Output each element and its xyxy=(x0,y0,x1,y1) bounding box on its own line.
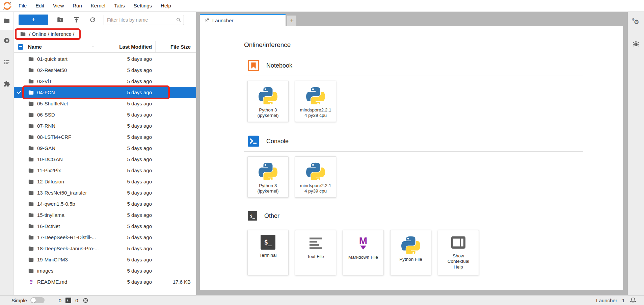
file-last-modified: 5 days ago xyxy=(100,78,155,84)
card-label: Show Contextual Help xyxy=(446,253,471,270)
file-row-08-lstm-crf[interactable]: 08-LSTM+CRF5 days ago xyxy=(14,131,196,143)
launcher-card-mindspore2-2-1[interactable]: mindspore2.2.1 4 py39 cpu xyxy=(295,81,336,122)
section-cards: Python 3 (ipykernel)mindspore2.2.1 4 py3… xyxy=(244,156,583,198)
file-row-15-tinyllama[interactable]: 15-tinyllama5 days ago xyxy=(14,209,196,221)
menu-item-kernel[interactable]: Kernel xyxy=(86,0,110,11)
refresh-button[interactable] xyxy=(88,16,97,24)
menu-item-edit[interactable]: Edit xyxy=(31,0,49,11)
file-row-09-gan[interactable]: 09-GAN5 days ago xyxy=(14,143,196,154)
upload-icon xyxy=(73,16,80,23)
new-tab-button[interactable]: + xyxy=(287,16,296,26)
folder-icon xyxy=(28,190,34,196)
file-row-readme-md[interactable]: MREADME.md5 days ago17.6 KB xyxy=(14,276,196,287)
folder-icon xyxy=(28,223,34,229)
file-name: 17-DeepSeek-R1-Distill-... xyxy=(37,234,96,240)
card-label: Python 3 (ipykernel) xyxy=(256,183,280,194)
file-row-11-pix2pix[interactable]: 11-Pix2Pix5 days ago xyxy=(14,165,196,176)
bell-icon[interactable] xyxy=(629,297,637,304)
file-row-16-dctnet[interactable]: 16-DctNet5 days ago xyxy=(14,221,196,232)
file-name: 16-DctNet xyxy=(37,223,60,229)
file-name-cell: 11-Pix2Pix xyxy=(14,168,100,174)
breadcrumb[interactable]: / Online / inference / xyxy=(29,31,74,37)
menu-item-view[interactable]: View xyxy=(49,0,68,11)
table-of-contents-icon xyxy=(3,59,10,66)
file-name: 19-MiniCPM3 xyxy=(37,257,68,262)
file-row-images[interactable]: images5 days ago xyxy=(14,265,196,276)
sidebar-tab-file-browser[interactable] xyxy=(0,12,14,30)
new-folder-button[interactable] xyxy=(56,16,64,24)
menu-item-file[interactable]: File xyxy=(14,0,31,11)
left-sidebar xyxy=(0,12,14,296)
file-row-13-resnet50-transfer[interactable]: 13-ResNet50_transfer5 days ago xyxy=(14,187,196,198)
file-last-modified: 5 days ago xyxy=(100,90,155,95)
column-header-last-modified[interactable]: Last Modified xyxy=(100,41,155,52)
folder-icon xyxy=(28,257,34,263)
file-name-cell: 05-ShuffleNet xyxy=(14,101,100,107)
contextual-help-icon xyxy=(451,235,466,250)
file-row-19-minicpm3[interactable]: 19-MiniCPM35 days ago xyxy=(14,254,196,265)
breadcrumb-folder-icon[interactable] xyxy=(20,31,26,37)
file-row-07-rnn[interactable]: 07-RNN5 days ago xyxy=(14,120,196,131)
svg-text:$_: $_ xyxy=(67,299,70,302)
file-row-01-quick-start[interactable]: 01-quick start5 days ago xyxy=(14,53,196,65)
tab-launcher[interactable]: Launcher xyxy=(200,14,286,26)
file-row-17-deepseek-r1-distill[interactable]: 17-DeepSeek-R1-Distill-...5 days ago xyxy=(14,232,196,243)
simple-mode-toggle[interactable] xyxy=(30,297,45,303)
section-title: Notebook xyxy=(266,62,292,69)
column-header-name[interactable]: Name xyxy=(23,41,100,52)
file-name: 09-GAN xyxy=(37,145,55,151)
new-launcher-button[interactable]: + xyxy=(19,15,48,25)
sort-ascending-icon xyxy=(91,45,95,49)
file-row-03-vit[interactable]: 03-ViT5 days ago xyxy=(14,76,196,87)
debugger-icon xyxy=(632,40,640,48)
menu-item-settings[interactable]: Settings xyxy=(129,0,156,11)
launcher-card-markdown-file[interactable]: MMarkdown File xyxy=(343,230,384,275)
file-row-04-fcn[interactable]: 04-FCN5 days ago xyxy=(14,87,196,98)
upload-button[interactable] xyxy=(72,16,81,24)
file-name: 12-Diffusion xyxy=(37,179,64,184)
svg-text:⚙: ⚙ xyxy=(632,18,635,21)
launcher-card-python-3[interactable]: Python 3 (ipykernel) xyxy=(247,156,289,198)
file-row-02-resnet50[interactable]: 02-ResNet505 days ago xyxy=(14,65,196,76)
file-last-modified: 5 days ago xyxy=(100,56,155,62)
file-row-05-shufflenet[interactable]: 05-ShuffleNet5 days ago xyxy=(14,98,196,109)
select-all-checkbox[interactable] xyxy=(18,44,23,50)
launcher-card-show[interactable]: Show Contextual Help xyxy=(438,230,479,275)
file-name-cell: 12-Diffusion xyxy=(14,179,100,185)
toggle-knob xyxy=(31,298,36,303)
column-header-file-size[interactable]: File Size xyxy=(155,41,196,52)
tab-launcher-label: Launcher xyxy=(212,18,234,23)
file-row-06-ssd[interactable]: 06-SSD5 days ago xyxy=(14,109,196,120)
sidebar-tab-property-inspector[interactable]: ⚙⚙ xyxy=(632,17,640,27)
sidebar-tab-extension-manager[interactable] xyxy=(0,73,14,95)
launcher-card-python-file[interactable]: Python File xyxy=(390,230,431,275)
sidebar-tab-debugger[interactable] xyxy=(632,40,640,49)
property-inspector-icon: ⚙⚙ xyxy=(632,17,640,25)
folder-icon xyxy=(28,78,34,84)
launcher-card-python-3[interactable]: Python 3 (ipykernel) xyxy=(247,81,289,122)
file-name-cell: 13-ResNet50_transfer xyxy=(14,190,100,196)
menu-item-run[interactable]: Run xyxy=(68,0,86,11)
filter-files-input[interactable] xyxy=(104,15,184,25)
file-row-12-diffusion[interactable]: 12-Diffusion5 days ago xyxy=(14,176,196,187)
file-row-18-deepseek-janus-pro[interactable]: 18-DeepSeek-Janus-Pro-...5 days ago xyxy=(14,243,196,254)
svg-text:M: M xyxy=(30,279,33,283)
file-last-modified: 5 days ago xyxy=(100,246,155,251)
sidebar-tab-running-terminals-and-kernels[interactable] xyxy=(0,30,14,51)
file-name: images xyxy=(37,268,53,274)
file-row-14-qwen1-5-0-5b[interactable]: 14-qwen1.5-0.5b5 days ago xyxy=(14,198,196,209)
text-file-icon xyxy=(307,235,324,251)
launcher-card-terminal[interactable]: $_Terminal xyxy=(247,230,289,275)
annotation-box-breadcrumb: / Online / inference / xyxy=(15,28,81,40)
folder-icon xyxy=(28,156,34,162)
file-name-cell: 14-qwen1.5-0.5b xyxy=(14,201,100,207)
session-counts[interactable]: 0 $_ 0 xyxy=(59,297,89,304)
sidebar-tab-table-of-contents[interactable] xyxy=(0,51,14,73)
launcher-card-text-file[interactable]: Text File xyxy=(295,230,336,275)
menu-item-tabs[interactable]: Tabs xyxy=(110,0,129,11)
check-icon xyxy=(16,89,22,95)
launcher-card-mindspore2-2-1[interactable]: mindspore2.2.1 4 py39 cpu xyxy=(295,156,336,198)
file-row-10-dcgan[interactable]: 10-DCGAN5 days ago xyxy=(14,154,196,165)
menu-item-help[interactable]: Help xyxy=(156,0,176,11)
file-last-modified: 5 days ago xyxy=(100,223,155,229)
